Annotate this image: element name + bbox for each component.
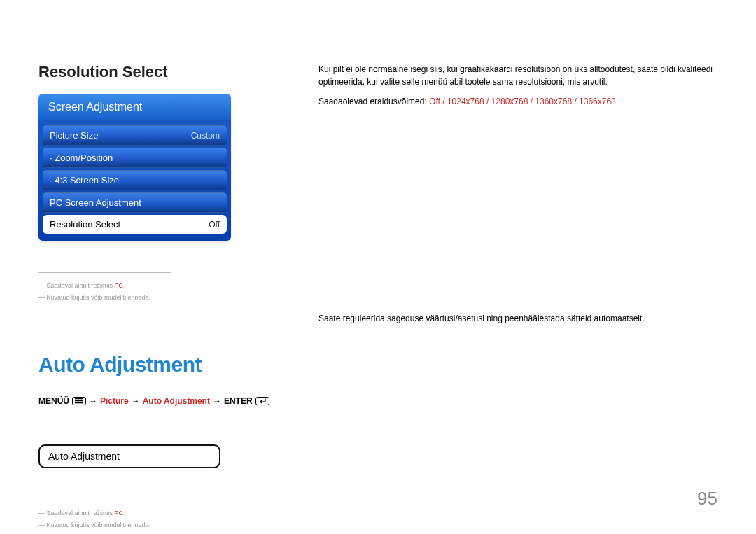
svg-rect-1 xyxy=(75,400,83,401)
menu-item-zoom-position[interactable]: · Zoom/Position xyxy=(43,148,227,168)
menu-item-value: Custom xyxy=(191,131,220,141)
menu-item-label: PC Screen Adjustment xyxy=(50,197,141,208)
paragraph: Kui pilt ei ole normaalne isegi siis, ku… xyxy=(318,63,718,88)
footnote-suffix: . xyxy=(123,510,125,517)
bc-enter: ENTER xyxy=(224,396,253,406)
arrow-icon: → xyxy=(213,396,221,406)
screen-adjustment-menu: Screen Adjustment Picture Size Custom · … xyxy=(38,94,231,241)
paragraph: Saate reguleerida sageduse väärtusi/aset… xyxy=(318,312,718,325)
footnotes-1: ― Saadaval ainult režiimis PC. ― Kuvatud… xyxy=(38,272,172,304)
menu-item-picture-size[interactable]: Picture Size Custom xyxy=(43,125,227,146)
svg-rect-2 xyxy=(75,402,83,403)
menu-item-resolution-select[interactable]: Resolution Select Off xyxy=(43,215,227,234)
menu-item-label: Resolution Select xyxy=(50,219,120,230)
svg-rect-0 xyxy=(75,398,83,399)
resolutions-prefix: Saadaolevad eraldusvõimed: xyxy=(318,97,429,106)
bc-auto: Auto Adjustment xyxy=(143,396,210,406)
section-title-resolution: Resolution Select xyxy=(38,63,270,81)
menu-item-value: Off xyxy=(209,220,220,230)
menu-item-label: Picture Size xyxy=(50,130,98,141)
footnote-pc: PC xyxy=(115,510,124,517)
auto-adjustment-button[interactable]: Auto Adjustment xyxy=(38,444,220,468)
arrow-icon: → xyxy=(89,396,97,406)
menu-body: Picture Size Custom · Zoom/Position · 4:… xyxy=(38,120,231,241)
bc-menu: MENÜÜ xyxy=(38,396,69,406)
footnote-text: ― Kuvatud kujutis võib mudeliti erineda. xyxy=(38,292,172,304)
footnote-text: ― Saadaval ainult režiimis xyxy=(38,510,115,517)
menu-item-pc-screen-adjustment[interactable]: PC Screen Adjustment xyxy=(43,192,227,213)
menu-item-43-screen-size[interactable]: · 4:3 Screen Size xyxy=(43,170,227,190)
section2-description: Saate reguleerida sageduse väärtusi/aset… xyxy=(318,312,718,325)
section1-description: Kui pilt ei ole normaalne isegi siis, ku… xyxy=(318,63,718,108)
page-number: 95 xyxy=(697,488,718,510)
footnote-suffix: . xyxy=(123,282,125,289)
resolutions-list: Off / 1024x768 / 1280x768 / 1360x768 / 1… xyxy=(429,97,616,106)
menu-item-label: · 4:3 Screen Size xyxy=(50,175,119,185)
footnote-pc: PC xyxy=(115,282,124,289)
breadcrumb: MENÜÜ → Picture → Auto Adjustment → ENTE… xyxy=(38,396,270,406)
arrow-icon: → xyxy=(132,396,140,406)
footnote-text: ― Saadaval ainult režiimis xyxy=(38,282,115,289)
footnote-text: ― Kuvatud kujutis võib mudeliti erineda. xyxy=(38,519,172,531)
bc-picture: Picture xyxy=(100,396,129,406)
menu-header: Screen Adjustment xyxy=(38,94,231,120)
enter-icon xyxy=(255,397,270,405)
section-title-auto-adjustment: Auto Adjustment xyxy=(38,353,270,377)
menu-item-label: · Zoom/Position xyxy=(50,153,113,163)
menu-icon xyxy=(72,397,86,405)
footnotes-2: ― Saadaval ainult režiimis PC. ― Kuvatud… xyxy=(38,500,172,531)
